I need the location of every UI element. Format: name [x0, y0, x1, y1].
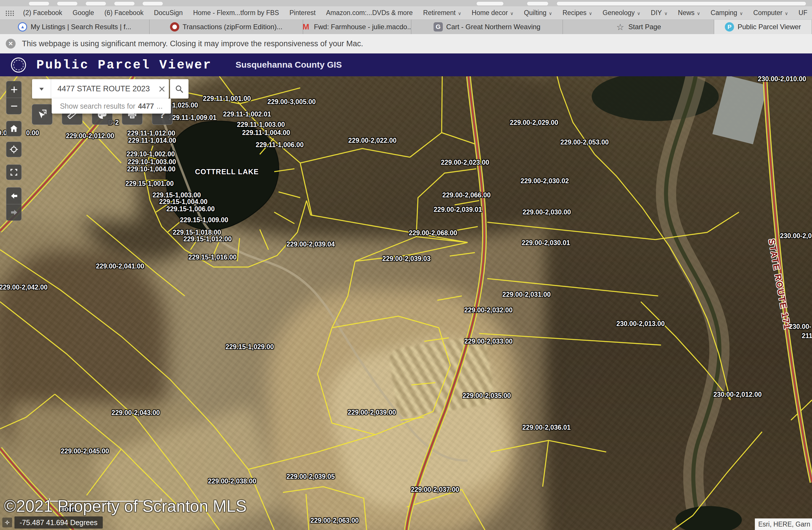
- browser-tab[interactable]: Cart - Great Northern Weaving: [411, 20, 563, 34]
- clear-search-icon[interactable]: [155, 79, 169, 99]
- coordinate-tool[interactable]: [2, 518, 12, 527]
- apps-grid-icon[interactable]: [5, 10, 13, 16]
- zoom-out-button[interactable]: [6, 98, 22, 114]
- tab-title: My Listings | Search Results | f...: [31, 23, 131, 31]
- browser-tab[interactable]: My Listings | Search Results | f...: [0, 20, 149, 34]
- tab-bar: My Listings | Search Results | f... Tran…: [0, 20, 812, 34]
- parcel-label: 230.00-2,010.00: [758, 76, 806, 83]
- previous-extent-button[interactable]: [6, 187, 22, 204]
- parcel-boundaries: [0, 76, 812, 530]
- address-bar-top: [556, 1, 806, 6]
- tab-title: Cart - Great Northern Weaving: [446, 23, 540, 31]
- coordinates-text: -75.487 41.694 Degrees: [20, 518, 98, 527]
- browser-tab[interactable]: Transactions (zipForm Edition)...: [149, 20, 303, 34]
- parcel-label: 229.11-1,012.00: [127, 129, 175, 137]
- bookmark-item[interactable]: DIY: [651, 9, 668, 17]
- parcel-label: 229.15-1,001.00: [125, 180, 174, 187]
- bookmark-item[interactable]: Retirement: [423, 9, 461, 17]
- bookmark-item[interactable]: UF: [798, 9, 807, 17]
- bookmark-item[interactable]: Home decor: [472, 9, 513, 17]
- bookmark-item[interactable]: (2) Facebook: [23, 9, 62, 17]
- search-input[interactable]: [51, 79, 155, 99]
- window-top-strip: [0, 0, 812, 6]
- parcel-label: 229.00-2,053.00: [560, 138, 609, 146]
- tab-favicon: [303, 22, 310, 31]
- locate-me-button[interactable]: [6, 142, 21, 157]
- window-chip: [142, 1, 163, 6]
- lake-road: [153, 88, 468, 461]
- parcel-label: 230.00-2,0: [780, 232, 812, 240]
- bookmark-item[interactable]: Home - Flexm...tform by FBS: [193, 9, 279, 17]
- bookmark-item[interactable]: Amazon.com:...DVDs & more: [326, 9, 412, 17]
- lake-name-label: COTTRELL LAKE: [195, 168, 259, 176]
- parcel-label: 229.00-2,063.00: [310, 517, 359, 525]
- parcel-label: 229.00-2,030.01: [522, 239, 570, 247]
- map-canvas[interactable]: 229.11-1,001.00229.00-3,005.001-1,025.00…: [0, 76, 812, 530]
- search-bar: [32, 79, 169, 99]
- county-seal-icon: [11, 57, 26, 72]
- bookmark-item[interactable]: Pinterest: [290, 9, 316, 17]
- zoom-control: [6, 81, 21, 114]
- bookmark-item[interactable]: Quilting: [524, 9, 552, 17]
- search-widget: Show search results for 4477 ...: [32, 79, 188, 99]
- parcel-label: 229.15-1,029.00: [226, 343, 274, 351]
- chevron-down-icon: [38, 85, 45, 93]
- parcel-label: 229.15-1,012.00: [183, 235, 232, 243]
- stream: [666, 76, 719, 530]
- page-subtitle: Susquehanna County GIS: [235, 60, 342, 70]
- parcel-label: 230.00-: [789, 323, 811, 331]
- parcel-label: 229.00-2,039.00: [348, 409, 396, 416]
- minus-icon: [10, 102, 18, 110]
- window-chip: [57, 1, 78, 6]
- suggestion-term: 4477: [138, 102, 154, 110]
- parcel-label: 229.00-2,030.02: [520, 177, 569, 185]
- home-extent-button[interactable]: [6, 121, 21, 136]
- bookmark-item[interactable]: (6) Facebook: [104, 9, 144, 17]
- route-name-label: STATE ROUTE 171: [766, 238, 793, 331]
- bookmark-item[interactable]: Geneology: [603, 9, 640, 17]
- page-title: Public Parcel Viewer: [37, 58, 212, 72]
- copyright-watermark: ©2021 Property of Scranton MLS: [4, 497, 247, 516]
- browser-tab[interactable]: Public Parcel Viewer: [714, 20, 812, 34]
- parcel-label: 229.00-2,023.00: [441, 159, 489, 166]
- select-parcel-tool-button[interactable]: [32, 104, 53, 125]
- parcel-label: 229.00-2,030.00: [522, 208, 571, 216]
- window-chip: [29, 1, 49, 6]
- home-icon: [9, 124, 18, 133]
- fullscreen-button[interactable]: [6, 165, 21, 180]
- tab-title: Fwd: Farmhouse - julie.macdo...: [314, 23, 411, 31]
- parcel-label: 229.00-2,043.00: [112, 409, 160, 417]
- arrow-right-icon: [10, 208, 18, 217]
- tab-favicon: [170, 22, 179, 31]
- close-icon[interactable]: ✕: [6, 39, 16, 48]
- parcel-label: 229.00-2,039.04: [286, 240, 335, 248]
- search-button[interactable]: [170, 79, 188, 99]
- next-extent-button[interactable]: [6, 204, 22, 221]
- extent-history-control: [6, 187, 21, 221]
- parcel-label: 229.15-1,004.00: [159, 198, 207, 206]
- state-route-roads: [0, 76, 812, 530]
- search-source-dropdown[interactable]: [32, 79, 51, 99]
- zoom-in-button[interactable]: [6, 81, 22, 98]
- search-suggestion[interactable]: Show search results for 4477 ...: [52, 99, 171, 114]
- parcel-label: 229.00-2,045.00: [61, 447, 109, 455]
- crosshair-small-icon: [4, 519, 11, 526]
- tab-title: Public Parcel Viewer: [738, 23, 801, 31]
- bookmark-item[interactable]: DocuSign: [154, 9, 183, 17]
- parcel-label: 230.00-2,013.00: [616, 320, 665, 328]
- parcel-label: 229.00-2,066.00: [442, 191, 491, 199]
- bookmark-item[interactable]: Recipes: [563, 9, 592, 17]
- bookmark-item[interactable]: Google: [73, 9, 94, 17]
- browser-tab[interactable]: Fwd: Farmhouse - julie.macdo...: [303, 20, 411, 34]
- parcel-labels: 229.11-1,001.00229.00-3,005.001-1,025.00…: [0, 76, 812, 530]
- browser-tab[interactable]: Start Page: [563, 20, 714, 34]
- parcel-label: 229.00-2,039.03: [382, 255, 431, 263]
- bookmark-item[interactable]: News: [678, 9, 700, 17]
- bookmark-item[interactable]: Camping: [711, 9, 743, 17]
- parcel-label: 229.15-1,009.00: [180, 216, 228, 224]
- parcel-label: 229.00-2,035.00: [462, 392, 511, 400]
- bookmark-item[interactable]: Computer: [753, 9, 788, 17]
- memory-warning-text: This webpage is using significant memory…: [22, 39, 363, 48]
- tab-title: Start Page: [628, 23, 661, 31]
- parcel-label: 229.15-1,016.00: [188, 253, 237, 261]
